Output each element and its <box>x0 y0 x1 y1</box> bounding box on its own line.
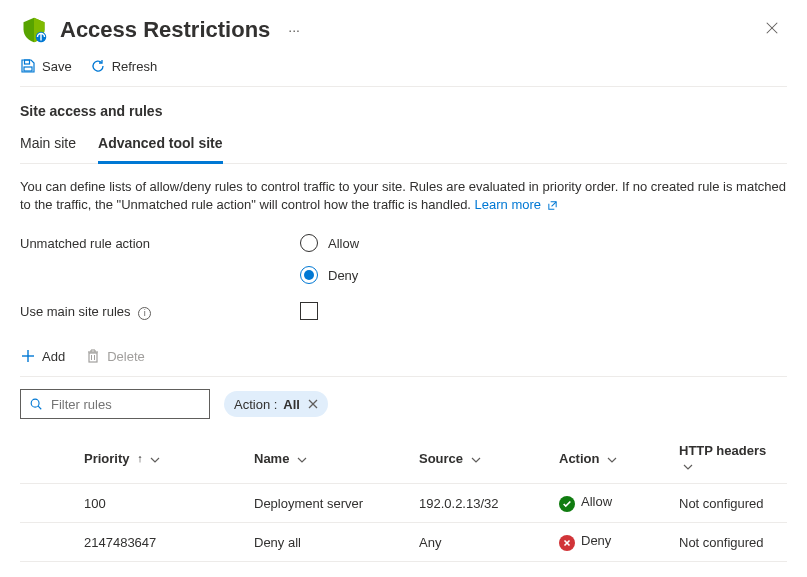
cell-name: Deny all <box>248 523 413 562</box>
unmatched-rule-action-label: Unmatched rule action <box>20 236 150 251</box>
page-title: Access Restrictions <box>60 17 270 43</box>
svg-rect-4 <box>25 60 30 64</box>
external-link-icon <box>547 198 558 216</box>
delete-label: Delete <box>107 349 145 364</box>
cell-http-headers: Not configured <box>673 484 787 523</box>
shield-icon <box>20 16 48 44</box>
save-label: Save <box>42 59 72 74</box>
cell-source: 192.0.2.13/32 <box>413 484 553 523</box>
section-title: Site access and rules <box>20 103 787 119</box>
filter-input-wrapper[interactable] <box>20 389 210 419</box>
refresh-label: Refresh <box>112 59 158 74</box>
tabs: Main site Advanced tool site <box>20 127 787 164</box>
tab-advanced-tool-site[interactable]: Advanced tool site <box>98 127 222 164</box>
search-icon <box>29 397 43 411</box>
svg-rect-8 <box>89 353 97 362</box>
description-text: You can define lists of allow/deny rules… <box>20 179 786 212</box>
sort-ascending-icon: ↑ <box>137 452 143 464</box>
info-icon[interactable]: i <box>138 307 151 320</box>
tab-main-site[interactable]: Main site <box>20 127 76 163</box>
close-icon <box>765 21 779 35</box>
radio-circle-icon <box>300 234 318 252</box>
chevron-down-icon <box>607 451 617 466</box>
cell-action: Deny <box>553 523 673 562</box>
svg-line-16 <box>38 407 41 410</box>
radio-circle-icon <box>300 266 318 284</box>
unmatched-rule-action-radio-group: Allow Deny <box>300 234 359 284</box>
filter-pill-action[interactable]: Action : All <box>224 391 328 417</box>
rules-table: Priority ↑ Name Source <box>20 433 787 562</box>
filter-pill-key: Action : <box>234 397 277 412</box>
table-row[interactable]: 2147483647Deny allAnyDenyNot configured <box>20 523 787 562</box>
refresh-icon <box>90 58 106 74</box>
cell-name: Deployment server <box>248 484 413 523</box>
column-header-http-headers[interactable]: HTTP headers <box>673 433 787 484</box>
svg-point-15 <box>31 400 39 408</box>
close-button[interactable] <box>757 17 787 43</box>
refresh-button[interactable]: Refresh <box>90 58 158 74</box>
radio-deny-label: Deny <box>328 268 358 283</box>
close-icon[interactable] <box>306 397 318 412</box>
chevron-down-icon <box>150 451 160 466</box>
delete-button[interactable]: Delete <box>85 348 145 364</box>
more-menu-button[interactable]: ··· <box>288 22 300 38</box>
column-header-source[interactable]: Source <box>413 433 553 484</box>
column-header-name[interactable]: Name <box>248 433 413 484</box>
column-header-priority[interactable]: Priority ↑ <box>78 433 248 484</box>
filter-input[interactable] <box>51 397 219 412</box>
chevron-down-icon <box>471 451 481 466</box>
radio-deny[interactable]: Deny <box>300 266 359 284</box>
x-icon <box>559 535 575 551</box>
description: You can define lists of allow/deny rules… <box>20 178 787 216</box>
cell-source: Any <box>413 523 553 562</box>
cell-priority: 2147483647 <box>78 523 248 562</box>
add-button[interactable]: Add <box>20 348 65 364</box>
save-button[interactable]: Save <box>20 58 72 74</box>
radio-allow-label: Allow <box>328 236 359 251</box>
column-header-action[interactable]: Action <box>553 433 673 484</box>
save-icon <box>20 58 36 74</box>
add-label: Add <box>42 349 65 364</box>
filter-pill-value: All <box>283 397 300 412</box>
svg-rect-5 <box>24 67 32 71</box>
use-main-site-rules-label: Use main site rules <box>20 304 131 319</box>
cell-http-headers: Not configured <box>673 523 787 562</box>
learn-more-link[interactable]: Learn more <box>475 197 558 212</box>
chevron-down-icon <box>683 458 693 473</box>
cell-priority: 100 <box>78 484 248 523</box>
table-row[interactable]: 100Deployment server192.0.2.13/32AllowNo… <box>20 484 787 523</box>
check-icon <box>559 496 575 512</box>
chevron-down-icon <box>297 451 307 466</box>
plus-icon <box>20 348 36 364</box>
cell-action: Allow <box>553 484 673 523</box>
trash-icon <box>85 348 101 364</box>
radio-allow[interactable]: Allow <box>300 234 359 252</box>
use-main-site-rules-checkbox[interactable] <box>300 302 318 320</box>
